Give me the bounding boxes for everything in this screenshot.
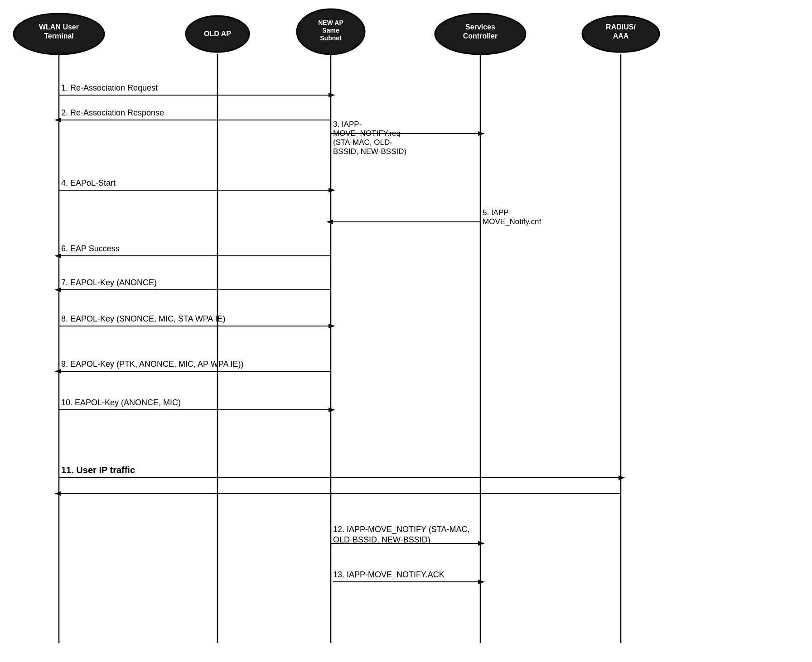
svg-text:5. IAPP-: 5. IAPP- — [483, 208, 511, 217]
svg-marker-55 — [619, 475, 625, 480]
svg-text:Terminal: Terminal — [44, 32, 74, 40]
svg-text:RADIUS/: RADIUS/ — [606, 23, 636, 31]
svg-marker-60 — [478, 541, 485, 546]
svg-marker-43 — [54, 288, 61, 292]
svg-text:OLD AP: OLD AP — [204, 30, 231, 38]
svg-marker-33 — [329, 188, 335, 192]
svg-text:WLAN User: WLAN User — [39, 23, 79, 31]
svg-marker-52 — [329, 408, 335, 412]
svg-text:(STA-MAC, OLD-: (STA-MAC, OLD- — [333, 138, 392, 147]
svg-text:10. EAPOL-Key (ANONCE, MIC): 10. EAPOL-Key (ANONCE, MIC) — [61, 398, 181, 407]
sequence-diagram: WLAN User Terminal OLD AP NEW AP Same Su… — [0, 0, 812, 662]
svg-text:OLD-BSSID, NEW-BSSID): OLD-BSSID, NEW-BSSID) — [333, 535, 430, 544]
svg-text:AAA: AAA — [613, 32, 629, 40]
svg-marker-49 — [54, 369, 61, 374]
svg-text:2. Re-Association Response: 2. Re-Association Response — [61, 108, 164, 117]
svg-text:3. IAPP-: 3. IAPP- — [333, 120, 362, 129]
svg-marker-40 — [54, 254, 61, 258]
svg-marker-24 — [54, 118, 61, 122]
svg-marker-64 — [478, 580, 485, 584]
svg-marker-36 — [326, 220, 333, 224]
svg-text:MOVE_Notify.cnf: MOVE_Notify.cnf — [483, 217, 541, 226]
svg-marker-27 — [478, 131, 485, 136]
svg-text:11. User IP traffic: 11. User IP traffic — [61, 465, 135, 475]
svg-text:1. Re-Association Request: 1. Re-Association Request — [61, 83, 158, 92]
svg-text:NEW AP: NEW AP — [318, 19, 343, 26]
svg-marker-58 — [54, 491, 61, 496]
svg-text:Services: Services — [465, 23, 495, 31]
svg-marker-46 — [329, 324, 335, 328]
svg-marker-21 — [329, 93, 335, 97]
svg-text:4. EAPoL-Start: 4. EAPoL-Start — [61, 178, 116, 187]
svg-text:Subnet: Subnet — [320, 34, 342, 42]
svg-text:6. EAP Success: 6. EAP Success — [61, 244, 120, 253]
svg-text:7. EAPOL-Key (ANONCE): 7. EAPOL-Key (ANONCE) — [61, 278, 157, 287]
svg-text:MOVE_NOTIFY.req: MOVE_NOTIFY.req — [333, 129, 401, 138]
svg-text:BSSID, NEW-BSSID): BSSID, NEW-BSSID) — [333, 147, 406, 156]
svg-text:Controller: Controller — [463, 32, 498, 40]
svg-text:Same: Same — [322, 27, 339, 34]
svg-text:8. EAPOL-Key (SNONCE, MIC, STA: 8. EAPOL-Key (SNONCE, MIC, STA WPA IE) — [61, 314, 225, 323]
svg-text:12. IAPP-MOVE_NOTIFY (STA-MAC,: 12. IAPP-MOVE_NOTIFY (STA-MAC, — [333, 525, 469, 534]
svg-text:9. EAPOL-Key (PTK, ANONCE, MIC: 9. EAPOL-Key (PTK, ANONCE, MIC, AP WPA I… — [61, 360, 243, 369]
svg-text:13. IAPP-MOVE_NOTIFY.ACK: 13. IAPP-MOVE_NOTIFY.ACK — [333, 570, 445, 580]
